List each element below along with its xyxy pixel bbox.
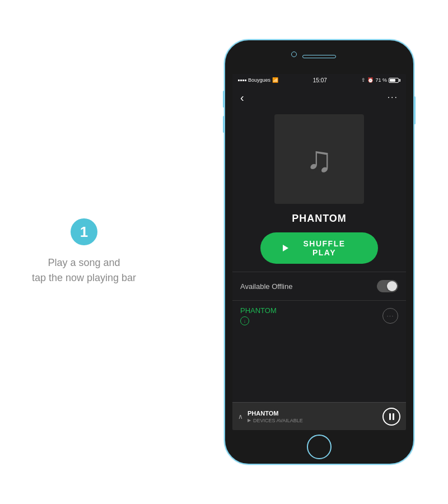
- front-camera: [291, 52, 297, 57]
- music-note-icon: ♫: [306, 138, 333, 180]
- battery-icon: [389, 78, 400, 83]
- now-playing-title: PHANTOM: [248, 410, 382, 417]
- phone-top-bar: [225, 40, 413, 74]
- instruction-area: 1 Play a song and tap the now playing ba…: [22, 218, 146, 286]
- alarm-icon: ⏰: [367, 77, 374, 83]
- track-list: PHANTOM ↓ ···: [232, 301, 406, 402]
- app-content: ‹ ··· ♫ PHANTOM SHUFFLE PLAY: [232, 86, 406, 430]
- shuffle-play-button[interactable]: SHUFFLE PLAY: [260, 232, 378, 264]
- signal-dot-1: [238, 80, 240, 81]
- back-button[interactable]: ‹: [240, 91, 244, 104]
- battery-percent: 71 %: [375, 77, 387, 83]
- pause-bar-left: [389, 413, 391, 420]
- signal-dot-3: [242, 80, 244, 81]
- album-art: ♫: [274, 114, 364, 204]
- volume-down-button: [223, 116, 225, 133]
- phone-bottom: [307, 430, 332, 464]
- play-triangle-icon: [283, 245, 288, 251]
- toggle-knob: [387, 281, 397, 291]
- step-number: 1: [80, 223, 88, 241]
- page-wrapper: 1 Play a song and tap the now playing ba…: [0, 0, 448, 504]
- volume-up-button: [223, 91, 225, 108]
- now-playing-info: PHANTOM ▶ DEVICES AVAILABLE: [248, 410, 382, 423]
- pause-icon: [389, 413, 394, 420]
- nav-bar: ‹ ···: [232, 86, 406, 109]
- pause-bar-right: [393, 413, 394, 420]
- home-button[interactable]: [307, 435, 332, 459]
- offline-label: Available Offline: [240, 282, 292, 291]
- status-time: 15:07: [313, 77, 327, 83]
- now-playing-sub: ▶ DEVICES AVAILABLE: [248, 418, 382, 423]
- status-left: Bouygues 📶: [238, 77, 278, 83]
- shuffle-play-label: SHUFFLE PLAY: [293, 239, 356, 257]
- offline-row: Available Offline: [232, 272, 406, 300]
- album-title: PHANTOM: [232, 213, 406, 225]
- battery-tip: [399, 79, 400, 82]
- cast-icon: ▶: [248, 418, 251, 423]
- more-button[interactable]: ···: [388, 92, 398, 102]
- wifi-icon: 📶: [272, 77, 278, 83]
- phone-speaker: [302, 55, 336, 58]
- instruction-text: Play a song and tap the now playing bar: [32, 255, 136, 286]
- status-bar: Bouygues 📶 15:07 ⇧ ⏰ 71 %: [232, 74, 406, 86]
- battery-body: [389, 78, 399, 83]
- status-right: ⇧ ⏰ 71 %: [361, 77, 400, 83]
- instruction-line1: Play a song and: [48, 257, 120, 268]
- track-more-button[interactable]: ···: [382, 308, 398, 324]
- now-playing-bar[interactable]: ∧ PHANTOM ▶ DEVICES AVAILABLE: [232, 402, 406, 430]
- step-badge: 1: [71, 218, 97, 245]
- signal-icon: [238, 80, 246, 81]
- track-item: PHANTOM ↓ ···: [232, 301, 406, 331]
- signal-dot-4: [245, 80, 246, 81]
- album-art-container: ♫: [232, 109, 406, 213]
- offline-toggle[interactable]: [377, 280, 398, 292]
- carrier-name: Bouygues: [248, 77, 270, 83]
- power-button: [414, 96, 416, 124]
- pause-button[interactable]: [382, 408, 400, 426]
- signal-dot-2: [240, 80, 242, 81]
- phone-screen: Bouygues 📶 15:07 ⇧ ⏰ 71 %: [232, 74, 406, 430]
- instruction-line2: tap the now playing bar: [32, 272, 136, 283]
- location-icon: ⇧: [361, 77, 366, 83]
- track-info: PHANTOM ↓: [240, 306, 277, 325]
- phone-frame: Bouygues 📶 15:07 ⇧ ⏰ 71 %: [224, 39, 414, 465]
- battery-fill: [390, 79, 395, 82]
- download-icon[interactable]: ↓: [240, 316, 249, 325]
- track-name[interactable]: PHANTOM: [240, 306, 277, 315]
- now-playing-sub-text: DEVICES AVAILABLE: [253, 418, 303, 423]
- now-playing-chevron-icon: ∧: [238, 413, 243, 421]
